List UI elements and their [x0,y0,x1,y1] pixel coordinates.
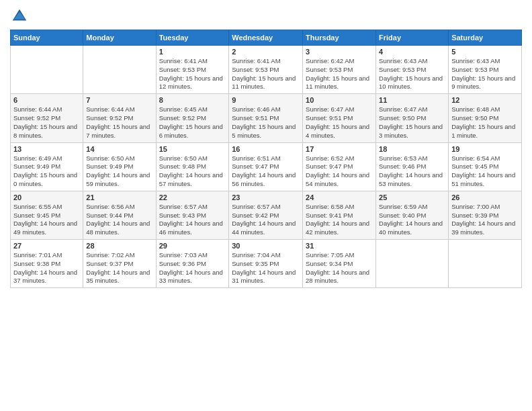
day-number: 15 [159,145,226,153]
day-info: Sunrise: 6:47 AMSunset: 9:50 PMDaylight:… [379,105,445,140]
day-number: 4 [379,48,445,56]
day-info: Sunrise: 7:01 AMSunset: 9:38 PMDaylight:… [13,251,80,285]
calendar-cell: 29Sunrise: 7:03 AMSunset: 9:36 PMDayligh… [156,240,229,288]
calendar-cell [376,240,449,288]
day-number: 7 [86,96,152,104]
day-number: 22 [159,193,226,201]
calendar-cell: 30Sunrise: 7:04 AMSunset: 9:35 PMDayligh… [229,240,303,288]
day-info: Sunrise: 6:49 AMSunset: 9:49 PMDaylight:… [13,154,80,189]
day-number: 29 [159,242,226,250]
day-number: 28 [86,242,152,250]
week-row-3: 13Sunrise: 6:49 AMSunset: 9:49 PMDayligh… [11,142,522,191]
day-number: 13 [13,145,80,153]
calendar-cell: 17Sunrise: 6:52 AMSunset: 9:47 PMDayligh… [303,142,376,191]
logo [10,7,32,26]
day-info: Sunrise: 6:57 AMSunset: 9:43 PMDaylight:… [159,203,226,237]
day-info: Sunrise: 6:48 AMSunset: 9:50 PMDaylight:… [451,105,519,140]
day-info: Sunrise: 6:56 AMSunset: 9:44 PMDaylight:… [86,203,152,237]
day-number: 26 [451,193,519,201]
calendar-cell: 19Sunrise: 6:54 AMSunset: 9:45 PMDayligh… [449,142,522,191]
calendar-cell: 26Sunrise: 7:00 AMSunset: 9:39 PMDayligh… [449,191,522,239]
calendar-cell: 21Sunrise: 6:56 AMSunset: 9:44 PMDayligh… [83,191,156,239]
calendar-cell: 16Sunrise: 6:51 AMSunset: 9:47 PMDayligh… [229,142,303,191]
logo-icon [10,7,29,26]
calendar-cell: 10Sunrise: 6:47 AMSunset: 9:51 PMDayligh… [303,94,376,142]
day-info: Sunrise: 6:53 AMSunset: 9:46 PMDaylight:… [379,154,445,189]
week-row-1: 1Sunrise: 6:41 AMSunset: 9:53 PMDaylight… [11,46,522,94]
calendar-cell: 11Sunrise: 6:47 AMSunset: 9:50 PMDayligh… [376,94,449,142]
day-info: Sunrise: 6:50 AMSunset: 9:48 PMDaylight:… [159,154,226,189]
calendar-cell: 25Sunrise: 6:59 AMSunset: 9:40 PMDayligh… [376,191,449,239]
day-info: Sunrise: 6:57 AMSunset: 9:42 PMDaylight:… [232,203,300,237]
calendar-cell: 2Sunrise: 6:41 AMSunset: 9:53 PMDaylight… [229,46,303,94]
calendar-cell: 22Sunrise: 6:57 AMSunset: 9:43 PMDayligh… [156,191,229,239]
day-info: Sunrise: 7:00 AMSunset: 9:39 PMDaylight:… [451,203,519,237]
calendar-cell: 6Sunrise: 6:44 AMSunset: 9:52 PMDaylight… [11,94,83,142]
calendar-cell [83,46,156,94]
day-number: 11 [379,96,445,104]
day-info: Sunrise: 6:52 AMSunset: 9:47 PMDaylight:… [306,154,373,189]
week-row-2: 6Sunrise: 6:44 AMSunset: 9:52 PMDaylight… [11,94,522,142]
day-number: 31 [306,242,373,250]
weekday-header-monday: Monday [83,30,156,46]
day-info: Sunrise: 6:43 AMSunset: 9:53 PMDaylight:… [451,57,519,91]
day-info: Sunrise: 7:05 AMSunset: 9:34 PMDaylight:… [306,251,373,285]
calendar-cell [449,240,522,288]
calendar-cell: 27Sunrise: 7:01 AMSunset: 9:38 PMDayligh… [11,240,83,288]
weekday-header-saturday: Saturday [449,30,522,46]
calendar-cell: 4Sunrise: 6:43 AMSunset: 9:53 PMDaylight… [376,46,449,94]
day-info: Sunrise: 6:44 AMSunset: 9:52 PMDaylight:… [13,105,80,140]
day-number: 5 [451,48,519,56]
day-number: 12 [451,96,519,104]
page: SundayMondayTuesdayWednesdayThursdayFrid… [0,0,532,411]
day-number: 24 [306,193,373,201]
calendar-cell: 31Sunrise: 7:05 AMSunset: 9:34 PMDayligh… [303,240,376,288]
day-number: 19 [451,145,519,153]
calendar-cell: 20Sunrise: 6:55 AMSunset: 9:45 PMDayligh… [11,191,83,239]
calendar-table: SundayMondayTuesdayWednesdayThursdayFrid… [10,30,522,288]
day-info: Sunrise: 6:46 AMSunset: 9:51 PMDaylight:… [232,105,300,140]
calendar-cell: 23Sunrise: 6:57 AMSunset: 9:42 PMDayligh… [229,191,303,239]
calendar-cell: 18Sunrise: 6:53 AMSunset: 9:46 PMDayligh… [376,142,449,191]
calendar-cell: 3Sunrise: 6:42 AMSunset: 9:53 PMDaylight… [303,46,376,94]
weekday-header-friday: Friday [376,30,449,46]
day-info: Sunrise: 6:59 AMSunset: 9:40 PMDaylight:… [379,203,445,237]
calendar-cell: 7Sunrise: 6:44 AMSunset: 9:52 PMDaylight… [83,94,156,142]
week-row-4: 20Sunrise: 6:55 AMSunset: 9:45 PMDayligh… [11,191,522,239]
day-info: Sunrise: 6:54 AMSunset: 9:45 PMDaylight:… [451,154,519,189]
calendar-cell: 5Sunrise: 6:43 AMSunset: 9:53 PMDaylight… [449,46,522,94]
weekday-header-row: SundayMondayTuesdayWednesdayThursdayFrid… [11,30,522,46]
day-info: Sunrise: 6:47 AMSunset: 9:51 PMDaylight:… [306,105,373,140]
calendar-cell [11,46,83,94]
day-info: Sunrise: 6:41 AMSunset: 9:53 PMDaylight:… [159,57,226,91]
calendar-cell: 15Sunrise: 6:50 AMSunset: 9:48 PMDayligh… [156,142,229,191]
calendar-cell: 24Sunrise: 6:58 AMSunset: 9:41 PMDayligh… [303,191,376,239]
svg-marker-1 [14,11,26,19]
calendar-cell: 1Sunrise: 6:41 AMSunset: 9:53 PMDaylight… [156,46,229,94]
day-info: Sunrise: 6:50 AMSunset: 9:49 PMDaylight:… [86,154,152,189]
day-number: 3 [306,48,373,56]
day-info: Sunrise: 6:55 AMSunset: 9:45 PMDaylight:… [13,203,80,237]
day-number: 25 [379,193,445,201]
week-row-5: 27Sunrise: 7:01 AMSunset: 9:38 PMDayligh… [11,240,522,288]
calendar-cell: 8Sunrise: 6:45 AMSunset: 9:52 PMDaylight… [156,94,229,142]
weekday-header-wednesday: Wednesday [229,30,303,46]
day-number: 27 [13,242,80,250]
day-number: 1 [159,48,226,56]
day-info: Sunrise: 7:04 AMSunset: 9:35 PMDaylight:… [232,251,300,285]
day-info: Sunrise: 6:43 AMSunset: 9:53 PMDaylight:… [379,57,445,91]
weekday-header-thursday: Thursday [303,30,376,46]
day-info: Sunrise: 6:45 AMSunset: 9:52 PMDaylight:… [159,105,226,140]
day-number: 6 [13,96,80,104]
day-number: 20 [13,193,80,201]
calendar-cell: 28Sunrise: 7:02 AMSunset: 9:37 PMDayligh… [83,240,156,288]
day-info: Sunrise: 6:42 AMSunset: 9:53 PMDaylight:… [306,57,373,91]
day-number: 18 [379,145,445,153]
calendar-cell: 13Sunrise: 6:49 AMSunset: 9:49 PMDayligh… [11,142,83,191]
day-info: Sunrise: 6:44 AMSunset: 9:52 PMDaylight:… [86,105,152,140]
day-number: 2 [232,48,300,56]
calendar-cell: 9Sunrise: 6:46 AMSunset: 9:51 PMDaylight… [229,94,303,142]
day-number: 30 [232,242,300,250]
day-info: Sunrise: 7:03 AMSunset: 9:36 PMDaylight:… [159,251,226,285]
day-number: 10 [306,96,373,104]
